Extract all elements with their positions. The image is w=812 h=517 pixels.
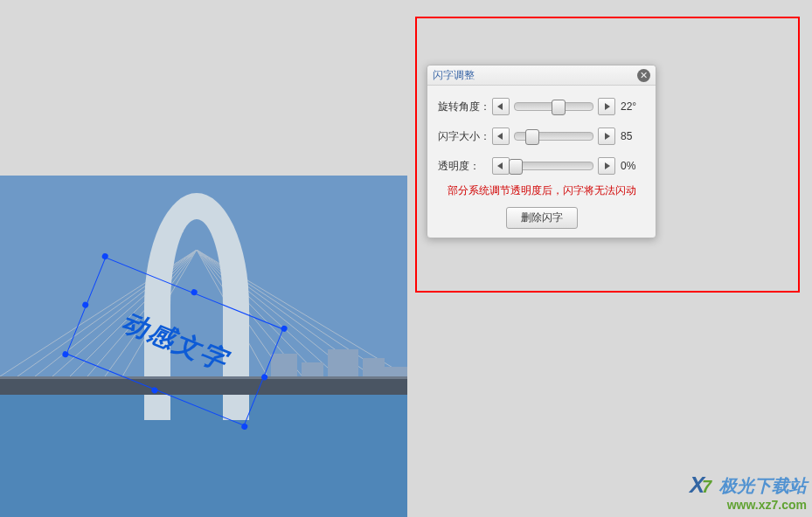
triangle-right-icon: [603, 103, 610, 110]
opacity-label: 透明度：: [438, 159, 492, 174]
size-label: 闪字大小：: [438, 129, 492, 144]
opacity-slider[interactable]: [514, 162, 593, 170]
rotation-slider-thumb[interactable]: [552, 100, 566, 115]
triangle-right-icon: [603, 162, 610, 169]
opacity-row: 透明度： 0%: [438, 157, 645, 175]
delete-flash-text-button[interactable]: 删除闪字: [506, 207, 578, 229]
opacity-warning: 部分系统调节透明度后，闪字将无法闪动: [438, 183, 645, 198]
opacity-decrease-button[interactable]: [492, 157, 510, 175]
triangle-left-icon: [497, 162, 504, 169]
rotation-decrease-button[interactable]: [492, 98, 510, 115]
opacity-slider-thumb[interactable]: [509, 159, 523, 175]
close-icon[interactable]: ✕: [637, 69, 650, 82]
opacity-increase-button[interactable]: [598, 157, 615, 175]
image-canvas[interactable]: 动感文字: [0, 176, 407, 517]
triangle-right-icon: [603, 133, 610, 140]
triangle-left-icon: [497, 103, 504, 110]
size-row: 闪字大小： 85: [438, 128, 645, 145]
rotation-value: 22°: [621, 100, 645, 113]
size-increase-button[interactable]: [598, 128, 615, 145]
size-decrease-button[interactable]: [492, 128, 510, 145]
svg-marker-19: [497, 133, 503, 140]
triangle-left-icon: [497, 133, 504, 140]
size-slider[interactable]: [514, 132, 593, 141]
opacity-value: 0%: [621, 160, 645, 172]
svg-marker-22: [605, 162, 610, 169]
watermark-url: www.xz7.com: [690, 498, 807, 512]
panel-title: 闪字调整: [433, 68, 637, 83]
size-value: 85: [621, 130, 645, 142]
rotation-slider[interactable]: [514, 102, 593, 111]
flash-text-adjust-panel: 闪字调整 ✕ 旋转角度： 22° 闪字大小：: [427, 65, 656, 238]
svg-marker-17: [497, 103, 503, 110]
watermark-logo: X7: [690, 477, 716, 496]
watermark-brand: 极光下载站: [719, 474, 807, 498]
rotation-increase-button[interactable]: [598, 98, 615, 115]
svg-marker-20: [605, 133, 610, 140]
panel-titlebar[interactable]: 闪字调整 ✕: [427, 65, 656, 86]
svg-marker-21: [497, 162, 503, 169]
rotation-label: 旋转角度：: [438, 100, 492, 114]
rotation-row: 旋转角度： 22°: [438, 98, 645, 115]
svg-marker-18: [605, 103, 610, 110]
watermark: X7 极光下载站 www.xz7.com: [690, 474, 807, 512]
size-slider-thumb[interactable]: [525, 129, 539, 145]
